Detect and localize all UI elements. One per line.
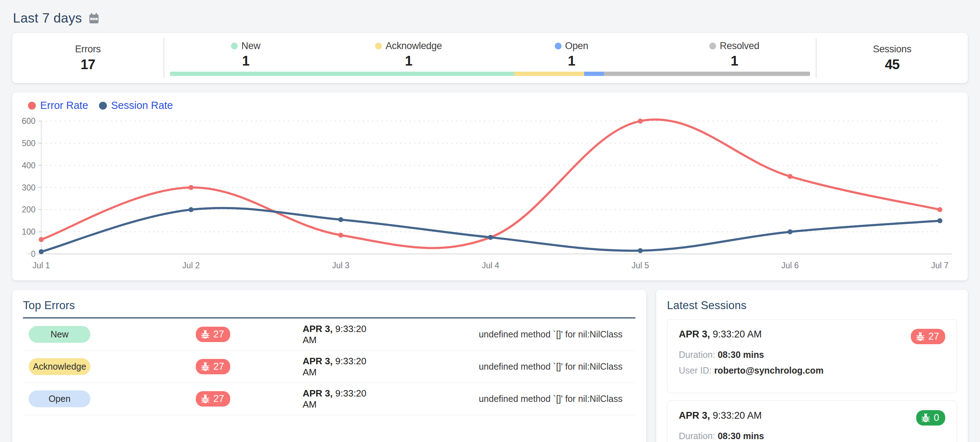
- x-tick-label: Jul 1: [33, 261, 50, 270]
- error-rate-line: [41, 120, 940, 248]
- y-tick-label: 100: [22, 227, 35, 236]
- page-title: Last 7 days: [13, 11, 82, 26]
- bug-icon: [200, 330, 210, 339]
- status-pill-new: New: [29, 326, 91, 343]
- status-pill-acknowledge: Acknowledge: [29, 358, 91, 375]
- x-tick-label: Jul 2: [182, 261, 200, 270]
- error-rate-dot: [28, 102, 36, 109]
- progress-segment: [584, 71, 604, 76]
- top-errors-panel: Top Errors New 27 APR 3, 9:33:20 AM unde…: [12, 290, 646, 442]
- y-tick-label: 500: [22, 139, 35, 148]
- error-message: undefined method `[]' for nil:NilClass: [479, 361, 635, 372]
- sessions-label: Sessions: [873, 44, 911, 55]
- error-timestamp: APR 3, 9:33:20 AM: [303, 388, 382, 410]
- bug-count-badge: 27: [196, 359, 230, 374]
- session-user-id: User ID: roberto@synchrolog.com: [679, 365, 945, 376]
- bug-icon: [200, 394, 210, 404]
- bug-icon: [921, 413, 931, 423]
- data-point[interactable]: [338, 233, 343, 238]
- data-point[interactable]: [39, 249, 44, 254]
- legend-error-rate[interactable]: Error Rate: [28, 100, 88, 111]
- data-point[interactable]: [788, 174, 792, 179]
- data-point[interactable]: [788, 229, 792, 234]
- stats-summary-bar: Errors 17 New 1 Acknowledge 1 Open 1 Re: [12, 33, 968, 83]
- data-point[interactable]: [937, 218, 942, 223]
- x-tick-label: Jul 4: [482, 261, 500, 270]
- status-stats: New 1 Acknowledge 1 Open 1 Resolved 1: [164, 33, 816, 83]
- data-point[interactable]: [189, 185, 194, 190]
- data-point[interactable]: [488, 235, 493, 240]
- top-errors-title: Top Errors: [23, 299, 635, 318]
- error-row-open[interactable]: Open 27 APR 3, 9:33:20 AM undefined meth…: [23, 383, 635, 415]
- session-timestamp: APR 3, 9:33:20 AM: [679, 329, 762, 340]
- bug-icon: [200, 362, 210, 371]
- error-row-acknowledge[interactable]: Acknowledge 27 APR 3, 9:33:20 AM undefin…: [23, 351, 635, 383]
- stat-open: Open 1: [490, 38, 653, 71]
- progress-segment: [604, 71, 810, 76]
- error-message: undefined method `[]' for nil:NilClass: [479, 394, 635, 404]
- session-rate-dot: [99, 102, 107, 109]
- data-point[interactable]: [39, 237, 44, 242]
- error-row-new[interactable]: New 27 APR 3, 9:33:20 AM undefined metho…: [23, 318, 635, 351]
- bug-count-badge: 27: [196, 327, 230, 342]
- calendar-icon[interactable]: [88, 12, 100, 24]
- new-dot: [231, 43, 238, 49]
- status-progress-bar: [170, 71, 810, 76]
- session-timestamp: APR 3, 9:33:20 AM: [679, 410, 762, 421]
- session-duration: Duration: 08:30 mins: [679, 431, 945, 441]
- session-duration: Duration: 08:30 mins: [679, 350, 945, 360]
- legend-session-rate[interactable]: Session Rate: [99, 100, 173, 111]
- progress-segment: [514, 71, 584, 76]
- session-rate-line: [41, 208, 940, 252]
- y-tick-label: 200: [22, 205, 35, 214]
- bug-count-badge: 27: [196, 391, 230, 407]
- data-point[interactable]: [338, 217, 343, 222]
- bug-count-badge: 0: [916, 410, 945, 426]
- header: Last 7 days: [0, 0, 980, 32]
- open-dot: [555, 43, 562, 49]
- chart-legend: Error Rate Session Rate: [28, 100, 173, 111]
- session-card[interactable]: APR 3, 9:33:20 AM 27 Duration: 08:30 min…: [667, 319, 957, 393]
- sessions-stat: Sessions 45: [816, 33, 968, 83]
- data-point[interactable]: [638, 248, 643, 253]
- latest-sessions-title: Latest Sessions: [667, 299, 957, 312]
- bug-count-badge: 27: [911, 329, 945, 344]
- status-pill-open: Open: [29, 390, 91, 407]
- rates-chart-card: Error Rate Session Rate 0100200300400500…: [12, 92, 968, 280]
- acknowledge-dot: [375, 43, 382, 49]
- dashboard-page: Last 7 days Errors 17 New 1 Acknowledge …: [0, 0, 980, 442]
- data-point[interactable]: [638, 119, 643, 124]
- stat-new: New 1: [164, 38, 327, 71]
- x-tick-label: Jul 7: [931, 261, 949, 270]
- error-timestamp: APR 3, 9:33:20 AM: [303, 323, 382, 345]
- data-point[interactable]: [189, 207, 194, 212]
- y-tick-label: 600: [22, 116, 35, 126]
- errors-label: Errors: [75, 44, 101, 55]
- sessions-value: 45: [885, 57, 899, 72]
- bug-icon: [915, 332, 925, 341]
- stat-resolved: Resolved 1: [653, 38, 816, 71]
- errors-value: 17: [81, 57, 95, 72]
- x-tick-label: Jul 5: [632, 261, 649, 270]
- error-timestamp: APR 3, 9:33:20 AM: [303, 356, 382, 378]
- y-tick-label: 400: [22, 161, 35, 170]
- resolved-dot: [709, 43, 716, 49]
- errors-stat: Errors 17: [12, 33, 164, 83]
- latest-sessions-panel: Latest Sessions APR 3, 9:33:20 AM 27 Dur…: [656, 290, 968, 442]
- data-point[interactable]: [937, 207, 942, 212]
- x-tick-label: Jul 3: [332, 261, 350, 270]
- progress-segment: [170, 71, 514, 76]
- stat-acknowledge: Acknowledge 1: [327, 38, 490, 71]
- x-tick-label: Jul 6: [781, 261, 799, 270]
- error-message: undefined method `[]' for nil:NilClass: [479, 329, 635, 339]
- y-tick-label: 300: [22, 183, 35, 192]
- session-card[interactable]: APR 3, 9:33:20 AM 0 Duration: 08:30 mins…: [667, 401, 957, 442]
- line-chart: 0100200300400500600Jul 1Jul 2Jul 3Jul 4J…: [12, 92, 968, 280]
